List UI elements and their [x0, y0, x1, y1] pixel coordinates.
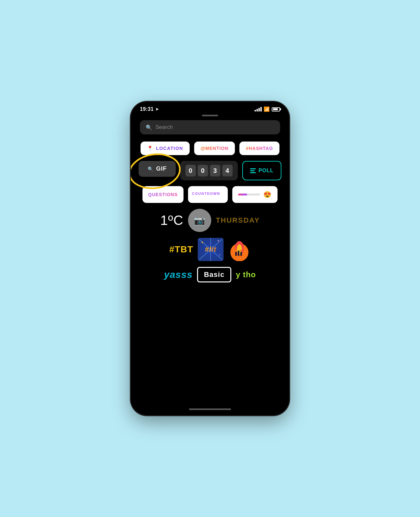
tbt-label: #TBT	[169, 244, 193, 255]
sticker-row-3: QUESTIONS COUNTDOWN 😍	[140, 186, 280, 203]
camera-sticker[interactable]: 📷	[188, 209, 211, 232]
temperature-sticker[interactable]: 1ºC	[160, 209, 184, 232]
svg-point-17	[235, 249, 237, 252]
sticker-row-1: 📍 LOCATION @MENTION #HASHTAG	[140, 142, 280, 155]
svg-rect-14	[235, 251, 237, 256]
location-label: LOCATION	[156, 146, 183, 151]
gif-label: GIF	[156, 165, 167, 172]
countdown-label: COUNTDOWN	[192, 192, 220, 195]
battery-icon	[272, 107, 280, 111]
questions-label: QUESTIONS	[148, 192, 178, 197]
questions-sticker[interactable]: QUESTIONS	[142, 186, 184, 203]
svg-point-19	[240, 249, 242, 252]
search-icon: 🔍	[146, 124, 152, 131]
location-pin-icon: 📍	[147, 145, 153, 151]
gif-sticker[interactable]: 🔍 GIF	[139, 161, 176, 177]
mention-label: @MENTION	[201, 146, 228, 151]
hashtag-label: #HASHTAG	[246, 146, 273, 151]
location-sticker[interactable]: 📍 LOCATION	[141, 142, 190, 155]
fire-icon	[228, 238, 251, 261]
tbt-sticker[interactable]: #TBT	[169, 238, 193, 261]
mention-sticker[interactable]: @MENTION	[194, 142, 235, 155]
basic-sticker[interactable]: Basic	[197, 267, 231, 282]
temperature-label: 1ºC	[160, 213, 184, 228]
hashtag-sticker[interactable]: #HASHTAG	[239, 142, 279, 155]
yasss-sticker[interactable]: yasss	[164, 267, 193, 282]
signal-icon	[255, 107, 262, 111]
search-input-placeholder[interactable]: Search	[155, 124, 173, 131]
ytho-label: y tho	[236, 270, 256, 279]
poll-sticker[interactable]: POLL	[242, 161, 281, 180]
ytho-sticker[interactable]: y tho	[236, 267, 256, 282]
svg-text:✦: ✦	[217, 239, 220, 242]
slider-fill	[238, 194, 247, 195]
sticker-row-5: #TBT	[140, 238, 280, 261]
fire-sticker[interactable]	[228, 238, 251, 261]
status-bar: 19:31 ➤ 📶	[131, 102, 289, 115]
location-arrow-icon: ➤	[155, 107, 159, 111]
phone-frame: 19:31 ➤ 📶 🔍 Search 📍 LOCATIO	[131, 102, 289, 415]
poll-label: POLL	[258, 168, 274, 174]
sticker-grid: 📍 LOCATION @MENTION #HASHTAG 🔍 GIF	[131, 142, 289, 405]
thursday-sticker[interactable]: THURSDAY	[216, 209, 260, 232]
timer-digit-1: 0	[198, 165, 208, 176]
camera-icon: 📷	[194, 215, 205, 226]
timer-digit-2: 3	[210, 165, 220, 176]
countdown-sticker[interactable]: COUNTDOWN	[188, 186, 228, 203]
drag-handle-top	[202, 115, 218, 116]
thursday-label: THURSDAY	[216, 216, 260, 225]
sticker-row-2: 🔍 GIF 0 0 3 4 POLL	[140, 161, 280, 180]
lit-label: #lit	[205, 245, 216, 254]
yasss-label: yasss	[164, 269, 193, 280]
search-bar[interactable]: 🔍 Search	[140, 120, 280, 134]
wifi-icon: 📶	[264, 106, 270, 112]
slider-track	[238, 194, 260, 195]
sticker-row-6: yasss Basic y tho	[140, 267, 280, 282]
svg-text:✦: ✦	[219, 254, 221, 256]
status-time: 19:31	[140, 106, 153, 112]
svg-text:✦: ✦	[201, 241, 204, 244]
svg-rect-16	[240, 251, 242, 256]
timer-digit-0: 0	[185, 165, 196, 176]
basic-label: Basic	[204, 270, 225, 279]
sticker-row-4: 1ºC 📷 THURSDAY	[140, 209, 280, 232]
lit-animated-sticker[interactable]: ✦ ✦ ✦ #lit	[198, 238, 224, 261]
status-icons: 📶	[255, 106, 280, 112]
countdown-bars	[220, 191, 224, 198]
timer-digit-3: 4	[222, 165, 233, 176]
svg-rect-15	[238, 250, 239, 256]
timer-sticker[interactable]: 0 0 3 4	[180, 161, 238, 180]
home-handle-bottom[interactable]	[189, 408, 231, 410]
slider-sticker[interactable]: 😍	[232, 186, 278, 203]
poll-lines-icon	[250, 168, 256, 173]
gif-search-icon: 🔍	[148, 166, 153, 172]
svg-point-18	[238, 248, 240, 251]
slider-emoji: 😍	[263, 191, 272, 198]
